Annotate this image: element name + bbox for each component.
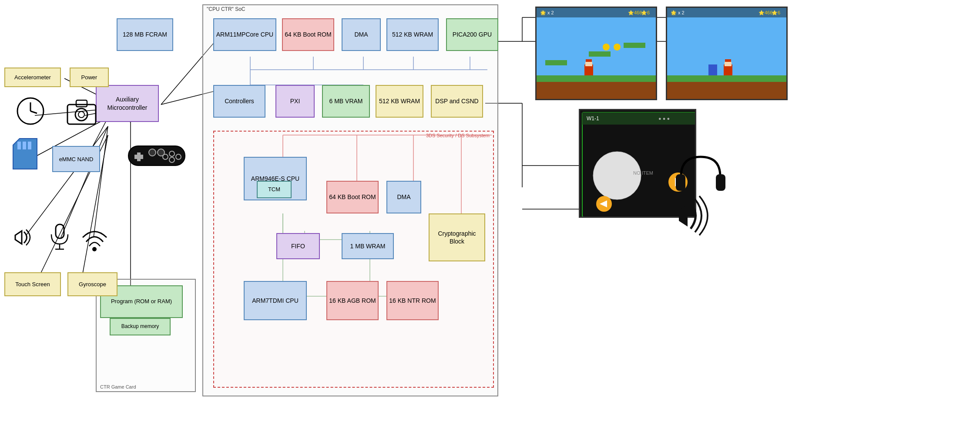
game-card-label: CTR Game Card: [100, 384, 136, 389]
boot-rom-64b-box: 64 KB Boot ROM: [326, 181, 379, 213]
wram-1-label: 1 MB WRAM: [350, 242, 386, 250]
backup-box: Backup memory: [110, 318, 171, 335]
program-label: Program (ROM or RAM): [111, 298, 172, 305]
backup-label: Backup memory: [121, 323, 159, 330]
wifi-icon: [76, 220, 113, 255]
svg-rect-82: [589, 51, 611, 57]
svg-point-77: [92, 247, 97, 251]
accelerometer-label: Accelerometer: [14, 74, 51, 81]
top-screen-1: 🌟 x 2 ⭐466 ⭐6: [535, 7, 657, 100]
boot-rom-64-box: 64 KB Boot ROM: [282, 18, 334, 51]
security-label: 3DS Security / DS Subsystem: [426, 133, 490, 138]
dma-sec-box: DMA: [386, 181, 421, 213]
soc-label: "CPU CTR" SoC: [207, 6, 245, 12]
ntr-rom-box: 16 KB NTR ROM: [386, 281, 439, 320]
arm7tdmi-label: ARM7TDMI CPU: [252, 297, 299, 305]
svg-rect-83: [624, 43, 645, 48]
svg-rect-63: [28, 142, 31, 149]
gyroscope-label: Gyroscope: [79, 281, 106, 288]
pica200-label: PICA200 GPU: [453, 30, 492, 38]
top-screen-2: 🌟 x 2 ⭐466 ⭐6: [666, 7, 788, 100]
accelerometer-box: Accelerometer: [4, 68, 61, 87]
controllers-label: Controllers: [225, 97, 254, 105]
clock-icon: [13, 94, 48, 129]
vram-6-box: 6 MB VRAM: [322, 85, 370, 118]
svg-text:● ● ●: ● ● ●: [658, 116, 670, 121]
dsp-csnd-box: DSP and CSND: [431, 85, 483, 118]
svg-text:🌟 x 2: 🌟 x 2: [540, 10, 554, 16]
svg-text:⭐6: ⭐6: [772, 10, 780, 16]
svg-point-109: [593, 152, 641, 200]
tcm-label: TCM: [268, 186, 280, 193]
agb-rom-label: 16 KB AGB ROM: [329, 297, 376, 305]
diagram-container: "CPU CTR" SoC 3DS Security / DS Subsyste…: [0, 0, 980, 423]
svg-rect-106: [582, 112, 695, 125]
svg-rect-81: [545, 60, 567, 65]
svg-rect-62: [23, 142, 26, 149]
svg-text:NO ITEM: NO ITEM: [633, 170, 653, 176]
vram-6-label: 6 MB VRAM: [329, 97, 362, 105]
svg-text:⭐466: ⭐466: [628, 10, 642, 16]
crypto-box: Cryptographic Block: [429, 213, 485, 261]
fcram-label: 128 MB FCRAM: [123, 30, 167, 38]
wram-1-box: 1 MB WRAM: [342, 233, 394, 259]
dma-top-box: DMA: [342, 18, 381, 51]
dma-top-label: DMA: [354, 30, 368, 38]
crypto-label: Cryptographic Block: [431, 230, 483, 245]
svg-marker-73: [15, 231, 22, 244]
svg-rect-61: [17, 142, 21, 149]
svg-point-88: [614, 44, 621, 51]
fifo-box: FIFO: [276, 233, 320, 259]
svg-text:W1-1: W1-1: [587, 115, 599, 122]
camera-icon: [63, 96, 100, 129]
wram-512-label: 512 KB WRAM: [392, 30, 433, 38]
tcm-box: TCM: [257, 181, 292, 198]
boot-rom-64b-label: 64 KB Boot ROM: [329, 193, 376, 201]
touch-screen-box: Touch Screen: [4, 272, 61, 296]
gyroscope-box: Gyroscope: [67, 272, 117, 296]
aux-micro-box: Auxiliary Microcontroller: [96, 85, 159, 122]
svg-text:🌟 x 2: 🌟 x 2: [671, 10, 685, 16]
arm11-box: ARM11MPCore CPU: [213, 18, 276, 51]
svg-text:⭐6: ⭐6: [641, 10, 650, 16]
microphone-icon: [46, 220, 74, 255]
svg-rect-58: [76, 100, 87, 107]
svg-point-72: [158, 149, 164, 156]
pxi-box: PXI: [275, 85, 315, 118]
svg-rect-66: [134, 155, 143, 159]
touch-screen-label: Touch Screen: [15, 281, 50, 288]
emmc-nand-label: eMMC NAND: [59, 156, 94, 162]
svg-rect-86: [585, 62, 592, 66]
power-label: Power: [81, 74, 97, 81]
svg-rect-99: [708, 64, 717, 75]
speaker-right-icon: [670, 192, 727, 240]
wram-512-box: 512 KB WRAM: [386, 18, 439, 51]
gamepad-icon: [122, 135, 191, 174]
svg-rect-79: [537, 80, 657, 100]
arm7tdmi-box: ARM7TDMI CPU: [244, 281, 307, 320]
ntr-rom-label: 16 KB NTR ROM: [389, 297, 436, 305]
boot-rom-64-label: 64 KB Boot ROM: [285, 30, 331, 38]
svg-rect-94: [667, 80, 788, 100]
svg-line-56: [30, 111, 37, 113]
svg-rect-116: [716, 174, 725, 191]
wram-512b-label: 512 KB WRAM: [379, 97, 420, 105]
svg-rect-115: [676, 174, 685, 191]
dsp-csnd-label: DSP and CSND: [435, 97, 478, 105]
svg-point-59: [75, 108, 87, 121]
pica200-box: PICA200 GPU: [446, 18, 498, 51]
svg-point-60: [78, 112, 84, 118]
power-box: Power: [70, 68, 109, 87]
svg-point-71: [149, 149, 156, 156]
svg-rect-74: [56, 224, 64, 238]
svg-rect-95: [667, 75, 788, 82]
fcram-box: 128 MB FCRAM: [117, 18, 173, 51]
svg-text:⭐466: ⭐466: [758, 10, 772, 16]
agb-rom-box: 16 KB AGB ROM: [326, 281, 379, 320]
fifo-label: FIFO: [291, 242, 305, 250]
wram-512b-box: 512 KB WRAM: [376, 85, 423, 118]
svg-point-87: [603, 44, 610, 51]
arm11-label: ARM11MPCore CPU: [216, 30, 273, 38]
svg-marker-117: [679, 205, 688, 227]
dma-sec-label: DMA: [397, 193, 410, 201]
